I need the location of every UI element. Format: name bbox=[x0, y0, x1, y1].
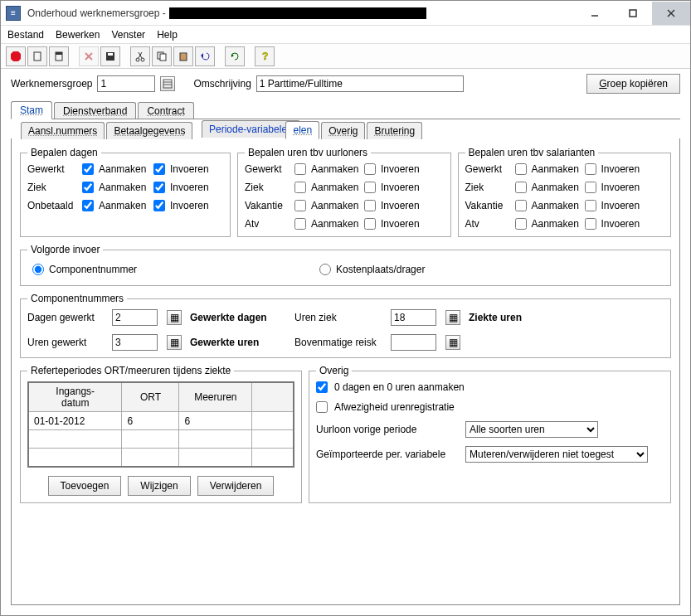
chk-uurl-vakantie-aanmaken[interactable] bbox=[294, 200, 306, 211]
group-salarianten: Bepalen uren tbv salarianten Gewerkt Aan… bbox=[458, 147, 672, 237]
chk-dagen-gewerkt-invoeren[interactable] bbox=[153, 163, 165, 175]
redacted-title bbox=[169, 7, 426, 19]
btn-wijzigen[interactable]: Wijzigen bbox=[128, 476, 190, 496]
btn-toevoegen[interactable]: Toevoegen bbox=[48, 476, 122, 496]
btn-verwijderen[interactable]: Verwijderen bbox=[197, 476, 275, 496]
tab-overig[interactable]: Overig bbox=[321, 122, 365, 139]
radio-kostenplaats[interactable]: Kostenplaats/drager bbox=[319, 264, 425, 275]
svg-rect-23 bbox=[163, 80, 172, 88]
menu-bestand[interactable]: Bestand bbox=[7, 29, 44, 41]
svg-marker-4 bbox=[11, 51, 21, 61]
radio-componentnummer[interactable]: Componentnummer bbox=[32, 264, 137, 275]
main-panel: Bepalen dagen Gewerkt Aanmaken Invoeren … bbox=[11, 138, 680, 605]
lookup-uren-ziek[interactable]: ▦ bbox=[445, 310, 460, 325]
chk-uurl-atv-invoeren[interactable] bbox=[364, 218, 376, 230]
lookup-uren-gewerkt[interactable]: ▦ bbox=[167, 335, 182, 350]
chk-sal-gewerkt-aanmaken[interactable] bbox=[515, 163, 527, 175]
menu-venster[interactable]: Venster bbox=[111, 29, 145, 41]
save-icon[interactable] bbox=[100, 46, 120, 66]
svg-point-15 bbox=[141, 58, 144, 61]
input-omschrijving[interactable] bbox=[256, 75, 464, 92]
input-bovenmatige[interactable] bbox=[391, 334, 436, 351]
input-dagen-gewerkt[interactable] bbox=[112, 309, 158, 326]
label-werknemersgroep: Werknemersgroep bbox=[11, 78, 92, 90]
table-referte[interactable]: Ingangs- datum ORT Meeruren 01-01-2012 6… bbox=[27, 381, 294, 468]
th-ingangsdatum: Ingangs- datum bbox=[28, 382, 122, 412]
legend-overig: Overig bbox=[316, 365, 352, 376]
chk-sal-ziek-invoeren[interactable] bbox=[585, 182, 596, 193]
refresh-icon[interactable] bbox=[225, 46, 245, 66]
combo-geimp[interactable]: Muteren/verwijderen niet toegest bbox=[465, 446, 648, 463]
group-bepalen-dagen: Bepalen dagen Gewerkt Aanmaken Invoeren … bbox=[20, 147, 231, 237]
lookup-group-icon[interactable] bbox=[160, 76, 175, 91]
tab-contract[interactable]: Contract bbox=[138, 102, 193, 119]
delete-icon[interactable] bbox=[79, 46, 99, 66]
chk-sal-atv-invoeren[interactable] bbox=[585, 218, 596, 230]
th-ort: ORT bbox=[122, 382, 179, 412]
svg-rect-18 bbox=[180, 53, 187, 61]
chk-uurl-ziek-invoeren[interactable] bbox=[364, 182, 376, 193]
chk-sal-gewerkt-invoeren[interactable] bbox=[585, 163, 596, 175]
window-title: Onderhoud werknemersgroep - bbox=[27, 7, 166, 19]
tab-elen[interactable]: elen bbox=[285, 121, 319, 139]
group-referte: Referteperiodes ORT/meeruren tijdens zie… bbox=[20, 365, 302, 503]
table-row[interactable]: 01-01-2012 6 6 bbox=[28, 412, 294, 430]
svg-rect-11 bbox=[108, 53, 113, 56]
chk-uurl-gewerkt-invoeren[interactable] bbox=[364, 163, 376, 175]
chk-zero-dagen-uren[interactable] bbox=[316, 381, 328, 393]
chk-uurl-atv-aanmaken[interactable] bbox=[294, 218, 306, 230]
tab-dienstverband[interactable]: Dienstverband bbox=[54, 102, 136, 119]
table-row[interactable] bbox=[28, 449, 294, 467]
menu-bewerken[interactable]: Bewerken bbox=[56, 29, 100, 41]
tabs-primary: Stam Dienstverband Contract bbox=[1, 99, 690, 119]
legend-salarianten: Bepalen uren tbv salarianten bbox=[465, 147, 599, 158]
bold-ziekte-uren: Ziekte uren bbox=[469, 312, 568, 323]
tab-stam[interactable]: Stam bbox=[11, 101, 52, 119]
chk-afwezigheid[interactable] bbox=[316, 401, 328, 413]
tab-brutering[interactable]: Brutering bbox=[367, 122, 422, 139]
lbl-dagen-gewerkt: Dagen gewerkt bbox=[27, 312, 107, 323]
chk-sal-ziek-aanmaken[interactable] bbox=[515, 182, 527, 193]
open-icon[interactable] bbox=[49, 46, 69, 66]
app-icon: ≡ bbox=[6, 6, 21, 21]
help-icon[interactable]: ? bbox=[255, 46, 275, 66]
minimize-button[interactable] bbox=[576, 2, 614, 25]
chk-dagen-ziek-invoeren[interactable] bbox=[153, 182, 165, 193]
svg-point-14 bbox=[136, 58, 139, 61]
lookup-bovenmatige[interactable]: ▦ bbox=[445, 335, 460, 350]
chk-dagen-onbetaald-invoeren[interactable] bbox=[153, 200, 165, 211]
tab-aanslnummers[interactable]: Aansl.nummers bbox=[21, 122, 105, 139]
chk-uurl-vakantie-invoeren[interactable] bbox=[364, 200, 376, 211]
close-button[interactable] bbox=[652, 2, 690, 25]
lbl-gewerkt: Gewerkt bbox=[27, 163, 80, 175]
chk-dagen-ziek-aanmaken[interactable] bbox=[82, 182, 94, 193]
copy-icon[interactable] bbox=[152, 46, 172, 66]
chk-dagen-gewerkt-aanmaken[interactable] bbox=[82, 163, 94, 175]
combo-uurloon[interactable]: Alle soorten uren bbox=[465, 421, 598, 438]
input-uren-gewerkt[interactable] bbox=[112, 334, 158, 351]
maximize-button[interactable] bbox=[614, 2, 652, 25]
stop-icon[interactable] bbox=[6, 46, 26, 66]
paste-icon[interactable] bbox=[173, 46, 193, 66]
chk-sal-atv-aanmaken[interactable] bbox=[515, 218, 527, 230]
menu-help[interactable]: Help bbox=[157, 29, 178, 41]
chk-dagen-onbetaald-aanmaken[interactable] bbox=[82, 200, 94, 211]
btn-copy-group[interactable]: Groep kopiëren bbox=[586, 74, 680, 94]
svg-text:?: ? bbox=[262, 51, 268, 62]
input-uren-ziek[interactable] bbox=[391, 309, 436, 326]
chk-uurl-gewerkt-aanmaken[interactable] bbox=[294, 163, 306, 175]
table-row[interactable] bbox=[28, 430, 294, 449]
chk-sal-vakantie-aanmaken[interactable] bbox=[515, 200, 527, 211]
cut-icon[interactable] bbox=[130, 46, 150, 66]
undo-icon[interactable] bbox=[195, 46, 215, 66]
new-icon[interactable] bbox=[27, 46, 47, 66]
svg-marker-20 bbox=[201, 53, 203, 58]
tabs-secondary: Aansl.nummers Betaalgegevens Periode-var… bbox=[11, 119, 680, 138]
chk-uurl-ziek-aanmaken[interactable] bbox=[294, 182, 306, 193]
legend-referte: Referteperiodes ORT/meeruren tijdens zie… bbox=[27, 365, 234, 376]
input-werknemersgroep[interactable] bbox=[97, 75, 155, 92]
tab-betaalgegevens[interactable]: Betaalgegevens bbox=[106, 122, 192, 139]
chk-sal-vakantie-invoeren[interactable] bbox=[585, 200, 596, 211]
lookup-dagen-gewerkt[interactable]: ▦ bbox=[167, 310, 182, 325]
th-blank bbox=[252, 382, 294, 412]
